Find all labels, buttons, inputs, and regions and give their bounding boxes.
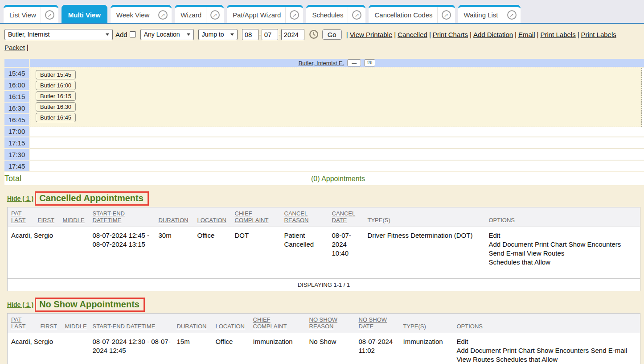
col-header-cancel-reason[interactable]: CANCEL REASON xyxy=(281,207,328,227)
hide-no-show-link[interactable]: Hide ( 1 ) xyxy=(7,301,33,308)
external-link-icon xyxy=(210,10,220,20)
col-header-first[interactable]: FIRST xyxy=(37,314,62,333)
cell-cancel-reason: Patient Cancelled xyxy=(281,227,328,279)
cancelled-link[interactable]: Cancelled xyxy=(398,31,427,38)
row-action-links[interactable]: Add Document Print Chart Show Encounters… xyxy=(457,346,639,355)
availability-block: Butler 15:45 Butler 16:00 Butler 16:15 B… xyxy=(30,68,642,127)
open-new-window-button[interactable] xyxy=(437,7,455,23)
open-new-window-button[interactable] xyxy=(206,7,224,23)
hide-cancelled-link[interactable]: Hide ( 1 ) xyxy=(7,195,33,202)
cell-patient: Acardi, Sergio xyxy=(8,227,89,279)
table-header-row: PAT LAST FIRST MIDDLE START-END DATETIME… xyxy=(8,314,640,333)
cell-types: Driver Fitness Determination (DOT) xyxy=(364,227,485,279)
tab-schedules[interactable]: Schedules xyxy=(306,5,365,23)
tab-pat-appt-wizard[interactable]: Pat/Appt Wizard xyxy=(227,5,303,23)
col-header-duration[interactable]: DURATION xyxy=(173,314,212,333)
col-header-start-end[interactable]: START-END DATETIME xyxy=(89,314,173,333)
cell-location: Office xyxy=(212,333,250,364)
open-new-window-button[interactable] xyxy=(348,7,365,23)
link-separator: | xyxy=(392,31,398,38)
link-separator: | xyxy=(576,31,581,38)
link-separator: | xyxy=(427,31,433,38)
cell-chief-complaint: DOT xyxy=(231,227,281,279)
time-column: 15:45 16:00 16:15 16:30 16:45 17:00 17:1… xyxy=(4,68,29,171)
schedule-grid: Butler, Internist E. — f/b 15:45 16:00 1… xyxy=(4,59,644,185)
open-new-window-button[interactable] xyxy=(41,7,58,23)
col-header-chief-complaint[interactable]: CHIEF COMPLAINT xyxy=(250,314,306,333)
date-day-input[interactable] xyxy=(262,29,278,40)
open-new-window-button[interactable] xyxy=(285,7,303,23)
tab-list-view[interactable]: List View xyxy=(4,5,58,23)
row-action-links[interactable]: View Routes Schedules that Allow xyxy=(457,355,639,364)
add-dictation-link[interactable]: Add Dictation xyxy=(473,31,513,38)
jump-to-select[interactable]: Jump to xyxy=(198,29,238,40)
cell-location: Office xyxy=(194,227,231,279)
row-divider xyxy=(30,160,644,161)
col-header-options: OPTIONS xyxy=(453,314,640,333)
col-header-no-show-date[interactable]: NO SHOW DATE xyxy=(355,314,400,333)
clock-icon[interactable] xyxy=(309,29,319,39)
provider-schedule-column: Butler 15:45 Butler 16:00 Butler 16:15 B… xyxy=(30,68,644,171)
link-separator: | xyxy=(345,31,350,38)
go-button[interactable]: Go xyxy=(322,29,342,40)
date-separator: - xyxy=(279,31,281,38)
col-header-first[interactable]: FIRST xyxy=(34,207,59,227)
external-link-icon xyxy=(290,10,299,20)
slot-button[interactable]: Butler 16:15 xyxy=(36,91,76,101)
date-separator: - xyxy=(259,31,261,38)
col-header-no-show-reason[interactable]: NO SHOW REASON xyxy=(306,314,355,333)
minimize-column-button[interactable]: — xyxy=(347,59,361,66)
slot-button[interactable]: Butler 16:00 xyxy=(36,81,76,90)
col-header-pat-last[interactable]: PAT LAST xyxy=(8,207,34,227)
cell-options: Edit Add Document Print Chart Show Encou… xyxy=(485,227,640,279)
col-header-location[interactable]: LOCATION xyxy=(194,207,231,227)
slot-button[interactable]: Butler 16:45 xyxy=(36,113,76,122)
col-header-middle[interactable]: MIDDLE xyxy=(62,314,89,333)
edit-link[interactable]: Edit xyxy=(457,337,639,346)
provider-column-link[interactable]: Butler, Internist E. xyxy=(299,60,345,66)
email-link[interactable]: Email xyxy=(518,31,535,38)
open-new-window-button[interactable] xyxy=(503,7,521,23)
row-action-links[interactable]: Send E-mail View Routes xyxy=(489,249,639,258)
add-checkbox[interactable] xyxy=(130,31,136,37)
tab-wizard[interactable]: Wizard xyxy=(175,5,224,23)
col-header-pat-last[interactable]: PAT LAST xyxy=(8,314,37,333)
col-header-chief-complaint[interactable]: CHIEF COMPLAINT xyxy=(231,207,281,227)
col-header-middle[interactable]: MIDDLE xyxy=(59,207,89,227)
print-charts-link[interactable]: Print Charts xyxy=(433,31,468,38)
location-select[interactable]: Any Location xyxy=(140,29,194,40)
row-action-links[interactable]: Add Document Print Chart Show Encounters xyxy=(489,240,639,249)
link-separator: | xyxy=(25,43,30,51)
total-appointments: (0) Appointments xyxy=(32,175,644,183)
col-header-start-end[interactable]: START-END DATETIME xyxy=(89,207,155,227)
chevron-down-icon xyxy=(187,33,190,36)
external-link-icon xyxy=(158,10,168,20)
provider-select[interactable]: Butler, Internist xyxy=(4,29,113,40)
col-header-cancel-date[interactable]: CANCEL DATE xyxy=(328,207,364,227)
cancelled-appointments-table: PAT LAST FIRST MIDDLE START-END DATETIME… xyxy=(7,207,640,291)
fb-toggle-button[interactable]: f/b xyxy=(364,59,375,66)
open-new-window-button[interactable] xyxy=(154,7,172,23)
external-link-icon xyxy=(442,10,451,20)
total-row: Total (0) Appointments xyxy=(4,172,644,185)
table-row: Acardi, Sergio 08-07-2024 12:30 - 08-07-… xyxy=(8,333,640,364)
slot-button[interactable]: Butler 16:30 xyxy=(36,102,76,112)
col-header-duration[interactable]: DURATION xyxy=(155,207,194,227)
table-footer-row: DISPLAYING 1-1 / 1 xyxy=(8,279,640,291)
slot-button[interactable]: Butler 15:45 xyxy=(36,70,76,79)
print-labels-link[interactable]: Print Labels xyxy=(540,31,575,38)
cell-chief-complaint: Immunization xyxy=(250,333,306,364)
edit-link[interactable]: Edit xyxy=(489,231,639,240)
date-month-input[interactable] xyxy=(242,29,258,40)
col-header-location[interactable]: LOCATION xyxy=(212,314,250,333)
tab-multi-view[interactable]: Multi View xyxy=(62,5,107,23)
time-slot-label: 17:15 xyxy=(4,137,29,148)
row-action-links[interactable]: Schedules that Allow xyxy=(489,258,639,267)
location-select-value: Any Location xyxy=(144,29,180,41)
tab-week-view[interactable]: Week View xyxy=(111,5,172,23)
tab-cancellation-codes[interactable]: Cancellation Codes xyxy=(369,5,455,23)
date-year-input[interactable] xyxy=(281,29,304,40)
col-header-types: TYPE(S) xyxy=(400,314,453,333)
view-printable-link[interactable]: View Printable xyxy=(350,31,393,38)
tab-waiting-list[interactable]: Waiting List xyxy=(458,5,521,23)
